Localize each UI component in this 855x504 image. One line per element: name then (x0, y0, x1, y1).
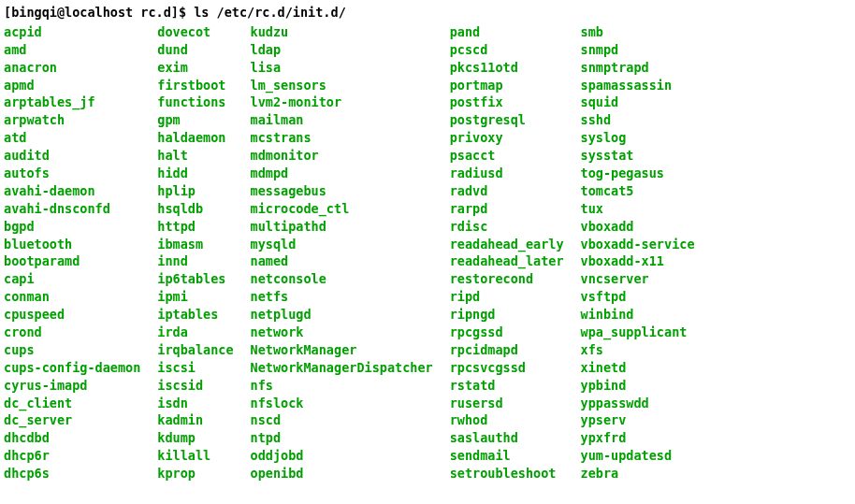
file-entry: netconsole (251, 270, 433, 288)
file-entry: radvd (450, 182, 564, 200)
file-entry: vncserver (581, 270, 695, 288)
file-entry: irqbalance (157, 341, 233, 359)
file-entry: ipmi (157, 288, 233, 306)
file-entry: dhcdbd (4, 429, 140, 447)
file-entry: mdmpd (251, 165, 433, 182)
listing-column: kudzuldaplisalm_sensorslvm2-monitormailm… (251, 23, 433, 482)
file-entry: wpa_supplicant (581, 324, 695, 341)
file-entry: kadmin (157, 411, 233, 429)
file-entry: avahi-daemon (4, 182, 140, 200)
file-entry: restorecond (450, 270, 564, 288)
file-entry: cups-config-daemon (4, 359, 140, 377)
file-entry: autofs (4, 165, 140, 182)
file-entry: iscsid (157, 377, 233, 395)
file-entry: cups (4, 341, 140, 359)
file-entry: isdn (157, 395, 233, 412)
file-entry: squid (581, 94, 695, 111)
file-entry: ntpd (251, 429, 433, 447)
file-entry: vsftpd (581, 288, 695, 306)
file-entry: network (251, 324, 433, 341)
file-entry: mysqld (251, 236, 433, 253)
file-entry: named (251, 252, 433, 270)
file-entry: hplip (157, 182, 233, 200)
file-entry: winbind (581, 306, 695, 324)
file-entry: lvm2-monitor (251, 94, 433, 111)
file-entry: NetworkManager (251, 341, 433, 359)
file-entry: avahi-dnsconfd (4, 200, 140, 218)
file-entry: irda (157, 324, 233, 341)
listing-column: pandpcscdpkcs11otdportmappostfixpostgres… (450, 23, 564, 482)
file-entry: rpcgssd (450, 324, 564, 341)
file-entry: bluetooth (4, 236, 140, 253)
file-entry: rpcsvcgssd (450, 359, 564, 377)
file-entry: hsqldb (157, 200, 233, 218)
file-entry: innd (157, 252, 233, 270)
file-entry: halt (157, 147, 233, 165)
file-entry: rstatd (450, 377, 564, 395)
listing-column: acpidamdanacronapmdarptables_jfarpwatcha… (4, 23, 140, 482)
file-entry: auditd (4, 147, 140, 165)
file-entry: xfs (581, 341, 695, 359)
file-entry: tux (581, 200, 695, 218)
file-entry: readahead_later (450, 252, 564, 270)
file-entry: postgresql (450, 111, 564, 129)
file-entry: NetworkManagerDispatcher (251, 359, 433, 377)
file-entry: dc_client (4, 395, 140, 412)
file-entry: netfs (251, 288, 433, 306)
file-entry: functions (157, 94, 233, 111)
file-entry: tomcat5 (581, 182, 695, 200)
file-entry: multipathd (251, 218, 433, 236)
file-entry: ibmasm (157, 236, 233, 253)
file-entry: spamassassin (581, 77, 695, 94)
file-entry: setroubleshoot (450, 465, 564, 482)
file-entry: ypxfrd (581, 429, 695, 447)
file-entry: vboxadd-x11 (581, 252, 695, 270)
file-entry: nfslock (251, 395, 433, 412)
file-entry: pcscd (450, 41, 564, 59)
file-entry: conman (4, 288, 140, 306)
file-entry: lisa (251, 59, 433, 77)
file-entry: haldaemon (157, 129, 233, 147)
file-entry: gpm (157, 111, 233, 129)
listing-column: smbsnmpdsnmptrapdspamassassinsquidsshdsy… (581, 23, 695, 482)
file-entry: sshd (581, 111, 695, 129)
file-entry: cyrus-imapd (4, 377, 140, 395)
file-entry: readahead_early (450, 236, 564, 253)
file-entry: dc_server (4, 411, 140, 429)
file-entry: syslog (581, 129, 695, 147)
file-entry: arpwatch (4, 111, 140, 129)
file-entry: dovecot (157, 23, 233, 41)
prompt-prefix: [bingqi@localhost rc.d]$ (4, 5, 194, 20)
file-entry: iscsi (157, 359, 233, 377)
file-entry: anacron (4, 59, 140, 77)
file-entry: snmpd (581, 41, 695, 59)
file-entry: firstboot (157, 77, 233, 94)
file-entry: saslauthd (450, 429, 564, 447)
file-entry: pkcs11otd (450, 59, 564, 77)
file-entry: bootparamd (4, 252, 140, 270)
file-entry: sendmail (450, 447, 564, 465)
file-entry: ip6tables (157, 270, 233, 288)
file-entry: psacct (450, 147, 564, 165)
file-entry: ripd (450, 288, 564, 306)
file-entry: ypbind (581, 377, 695, 395)
file-entry: ldap (251, 41, 433, 59)
file-entry: dhcp6r (4, 447, 140, 465)
file-entry: crond (4, 324, 140, 341)
file-entry: amd (4, 41, 140, 59)
file-entry: dund (157, 41, 233, 59)
file-entry: acpid (4, 23, 140, 41)
file-entry: privoxy (450, 129, 564, 147)
directory-listing: acpidamdanacronapmdarptables_jfarpwatcha… (4, 23, 851, 482)
file-entry: dhcp6s (4, 465, 140, 482)
file-entry: pand (450, 23, 564, 41)
file-entry: rarpd (450, 200, 564, 218)
file-entry: sysstat (581, 147, 695, 165)
file-entry: killall (157, 447, 233, 465)
file-entry: tog-pegasus (581, 165, 695, 182)
file-entry: rwhod (450, 411, 564, 429)
file-entry: nscd (251, 411, 433, 429)
file-entry: rdisc (450, 218, 564, 236)
file-entry: kprop (157, 465, 233, 482)
file-entry: radiusd (450, 165, 564, 182)
